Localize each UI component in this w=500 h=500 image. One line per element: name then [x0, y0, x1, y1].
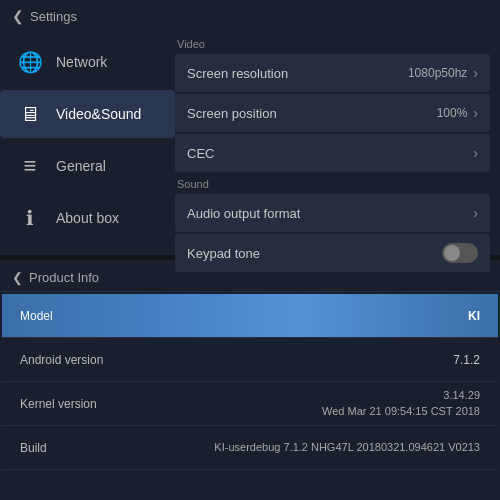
kernel-version-key: Kernel version [20, 397, 140, 411]
screen-resolution-value: 1080p50hz [408, 66, 467, 80]
settings-header: ❮ Settings [12, 8, 77, 24]
sidebar-item-video-sound[interactable]: 🖥 Video&Sound [0, 90, 175, 138]
settings-title: Settings [30, 9, 77, 24]
build-value: KI-userdebug 7.1.2 NHG47L 20180321.09462… [140, 440, 480, 455]
build-key: Build [20, 441, 140, 455]
audio-output-row[interactable]: Audio output format › [175, 194, 490, 232]
network-icon: 🌐 [16, 48, 44, 76]
build-row: Build KI-userdebug 7.1.2 NHG47L 20180321… [2, 426, 498, 470]
kernel-version-row: Kernel version 3.14.29Wed Mar 21 09:54:1… [2, 382, 498, 426]
screen-position-value: 100% [437, 106, 468, 120]
keypad-tone-toggle-group [442, 243, 478, 263]
keypad-tone-label: Keypad tone [187, 246, 260, 261]
model-value: KI [140, 309, 480, 323]
sidebar: 🌐 Network 🖥 Video&Sound ≡ General ℹ Abou… [0, 0, 175, 255]
sound-section-label: Sound [177, 178, 490, 190]
about-icon: ℹ [16, 204, 44, 232]
model-row: Model KI [2, 294, 498, 338]
right-content: Video Screen resolution 1080p50hz › Scre… [175, 0, 500, 255]
sidebar-item-network-label: Network [56, 54, 107, 70]
general-icon: ≡ [16, 152, 44, 180]
sidebar-item-network[interactable]: 🌐 Network [0, 38, 175, 86]
sidebar-item-general-label: General [56, 158, 106, 174]
screen-resolution-label: Screen resolution [187, 66, 288, 81]
android-version-row: Android version 7.1.2 [2, 338, 498, 382]
sidebar-item-about[interactable]: ℹ About box [0, 194, 175, 242]
back-icon[interactable]: ❮ [12, 8, 24, 24]
screen-position-value-group: 100% › [437, 105, 478, 121]
chevron-right-icon: › [473, 65, 478, 81]
product-info-back-icon[interactable]: ❮ [12, 270, 23, 285]
android-version-value: 7.1.2 [140, 353, 480, 367]
screen-resolution-value-group: 1080p50hz › [408, 65, 478, 81]
toggle-knob [444, 245, 460, 261]
video-sound-icon: 🖥 [16, 100, 44, 128]
screen-resolution-row[interactable]: Screen resolution 1080p50hz › [175, 54, 490, 92]
product-info-table: Model KI Android version 7.1.2 Kernel ve… [0, 292, 500, 472]
cec-label: CEC [187, 146, 214, 161]
chevron-right-icon-4: › [473, 205, 478, 221]
screen-position-row[interactable]: Screen position 100% › [175, 94, 490, 132]
cec-value-group: › [473, 145, 478, 161]
model-key: Model [20, 309, 140, 323]
video-section-label: Video [177, 38, 490, 50]
audio-output-value-group: › [473, 205, 478, 221]
keypad-tone-row[interactable]: Keypad tone [175, 234, 490, 272]
kernel-version-value: 3.14.29Wed Mar 21 09:54:15 CST 2018 [140, 388, 480, 419]
audio-output-label: Audio output format [187, 206, 300, 221]
android-version-key: Android version [20, 353, 140, 367]
product-info-title: Product Info [29, 270, 99, 285]
cec-row[interactable]: CEC › [175, 134, 490, 172]
sidebar-item-about-label: About box [56, 210, 119, 226]
product-info-panel: ❮ Product Info Model KI Android version … [0, 260, 500, 500]
screen-position-label: Screen position [187, 106, 277, 121]
keypad-tone-toggle[interactable] [442, 243, 478, 263]
chevron-right-icon-2: › [473, 105, 478, 121]
sidebar-item-video-sound-label: Video&Sound [56, 106, 141, 122]
sidebar-item-general[interactable]: ≡ General [0, 142, 175, 190]
chevron-right-icon-3: › [473, 145, 478, 161]
settings-panel: ❮ Settings 🌐 Network 🖥 Video&Sound ≡ Gen… [0, 0, 500, 255]
